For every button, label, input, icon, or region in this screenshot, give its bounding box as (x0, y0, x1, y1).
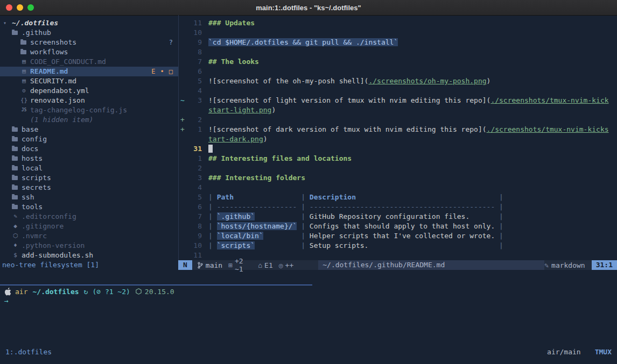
tree-item-label: secrets (22, 183, 51, 192)
cursor-position: 31:1 (592, 260, 617, 270)
pencil-icon: ✎ (544, 261, 549, 269)
status-marker: □ (169, 67, 173, 76)
tree-item-gitignore[interactable]: ◆.gitignore (0, 222, 178, 231)
line-text: | Path | Description | (208, 192, 503, 202)
tree-item-1-hidden-item[interactable]: (1 hidden item) (0, 115, 178, 125)
editor-line[interactable]: 6 (179, 67, 617, 76)
tree-item-github[interactable]: .github (0, 28, 178, 38)
status-marker: ? (169, 38, 173, 47)
tree-item-hosts[interactable]: hosts (0, 154, 178, 163)
gutter-sign (179, 18, 188, 28)
line-text: ### Interesting folders (208, 173, 305, 183)
filetype-indicator: ✎ markdown (544, 261, 585, 269)
editor-line[interactable]: 7## The looks (179, 57, 617, 67)
tree-item-label: README.md (30, 67, 68, 76)
tree-item-renovate-json[interactable]: {}renovate.json (0, 96, 178, 105)
tree-item-ssh[interactable]: ssh (0, 192, 178, 202)
tree-item-editorconfig[interactable]: ✎.editorconfig (0, 212, 178, 222)
tree-item-security-md[interactable]: ▤SECURITY.md (0, 76, 178, 86)
line-number: 11 (188, 18, 202, 28)
editor-line[interactable]: +1![screenshot of dark version of tmux w… (179, 125, 617, 134)
editor-line[interactable]: start-light.png) (179, 105, 617, 115)
editor-line[interactable]: 3### Interesting folders (179, 173, 617, 183)
tmux-pane-border[interactable] (0, 284, 312, 286)
minimize-button[interactable] (17, 4, 23, 11)
editor-line[interactable]: 9| `local/bin` | Helper scripts that I'v… (179, 231, 617, 241)
line-text: | ------------------- | ----------------… (208, 202, 503, 212)
tree-item-local[interactable]: local (0, 163, 178, 173)
editor-line[interactable]: 7| `.github` | GitHub Repository configu… (179, 212, 617, 222)
nvim-statusline: N main ⊞ +2 ~1 ⌂ E1 ◎ ++ ~/.dotfiles/.gi… (178, 260, 617, 270)
editor-buffer[interactable]: 11### Updates 10 9`cd $HOME/.dotfiles &&… (178, 15, 617, 260)
tree-item-nvmrc[interactable]: ⬡.nvmrc (0, 231, 178, 241)
line-text: | `hosts/{hostname}/` | Configs that sho… (208, 222, 503, 231)
line-text: ## The looks (208, 57, 259, 67)
editor-line[interactable]: ~3![screenshot of light version of tmux … (179, 96, 617, 105)
folder-icon (12, 166, 18, 170)
editor-line[interactable]: 10| `scripts` | Setup scripts. | (179, 241, 617, 251)
editor-line[interactable]: 6| ------------------- | ---------------… (179, 202, 617, 212)
tree-item-code-of-conduct-md[interactable]: ▤CODE_OF_CONDUCT.md (0, 57, 178, 67)
tree-item-secrets[interactable]: secrets (0, 183, 178, 192)
tree-item-label: scripts (22, 173, 51, 183)
editor-line[interactable]: 10 (179, 28, 617, 38)
tree-item-label: base (22, 125, 38, 134)
editor-line[interactable]: 2 (179, 163, 617, 173)
tree-item-python-version[interactable]: ♦.python-version (0, 241, 178, 251)
tmux-status-bar: 1:.dotfiles air/main TMUX (0, 346, 617, 357)
window-title: main:1:.dotfiles - "ks~/.dotfiles" (256, 4, 361, 12)
tree-item-base[interactable]: base (0, 125, 178, 134)
tree-item-dotfiles[interactable]: ▾~/.dotfiles (0, 18, 178, 28)
tree-item-label: tools (22, 202, 43, 212)
tree-item-label: renovate.json (30, 96, 85, 105)
line-text: tart-dark.png) (208, 134, 268, 144)
tree-item-readme-md[interactable]: ▤README.mdE•□ (0, 67, 178, 76)
tree-item-scripts[interactable]: scripts (0, 173, 178, 183)
editor-line[interactable]: 9`cd $HOME/.dotfiles && git pull && ./in… (179, 38, 617, 47)
editor-line[interactable]: 31 (179, 144, 617, 154)
tree-item-label: .github (22, 28, 51, 38)
tree-item-label: hosts (22, 154, 43, 163)
editor-line[interactable]: 8 (179, 47, 617, 57)
shell-pane[interactable]: air ~/.dotfiles ↻ (⊘ ?1 ~2) 20.15.0 → (0, 287, 617, 306)
git-branch-icon (198, 262, 203, 269)
expander-icon[interactable]: ▾ (3, 18, 12, 28)
status-marker: E (151, 67, 155, 76)
gutter-sign (179, 134, 188, 144)
neo-tree-status: neo-tree filesystem [1] (0, 260, 178, 270)
editor-line[interactable]: 4 (179, 183, 617, 192)
cursor (208, 145, 213, 153)
tree-item-label: SECURITY.md (30, 76, 76, 86)
tree-item-label: docs (22, 144, 38, 154)
editor-line[interactable]: 5![screenshot of the oh-my-posh shell](.… (179, 76, 617, 86)
editor-line[interactable]: 8| `hosts/{hostname}/` | Configs that sh… (179, 222, 617, 231)
tree-item-label: .nvmrc (22, 231, 47, 241)
tree-item-label: local (22, 163, 43, 173)
js-file-icon: JS (20, 105, 27, 115)
tree-item-tag-changelog-config-js[interactable]: JStag-changelog-config.js (0, 105, 178, 115)
lsp-count: ++ (285, 261, 294, 269)
zoom-button[interactable] (27, 4, 34, 11)
editor-line[interactable]: +2 (179, 115, 617, 125)
line-number: 2 (188, 115, 202, 125)
tree-item-workflows[interactable]: workflows (0, 47, 178, 57)
editor-line[interactable]: 5| Path | Description | (179, 192, 617, 202)
editor-line[interactable]: 11### Updates (179, 18, 617, 28)
tmux-window-tab[interactable]: 1:.dotfiles (5, 348, 52, 356)
tree-item-tools[interactable]: tools (0, 202, 178, 212)
editor-line[interactable]: tart-dark.png) (179, 134, 617, 144)
tree-item-dependabot-yml[interactable]: ⊙dependabot.yml (0, 86, 178, 96)
gutter-sign (179, 163, 188, 173)
editor-line[interactable]: 1## Interesting files and locations (179, 154, 617, 163)
line-number (188, 134, 202, 144)
tree-item-screenshots[interactable]: screenshots? (0, 38, 178, 47)
editor-line[interactable]: 4 (179, 86, 617, 96)
item-markers: E•□ (151, 67, 173, 76)
gutter-sign (179, 28, 188, 38)
close-button[interactable] (6, 4, 12, 11)
tree-item-add-submodules-sh[interactable]: $add-submodules.sh (0, 251, 178, 260)
gutter-sign (179, 57, 188, 67)
tree-item-docs[interactable]: docs (0, 144, 178, 154)
tree-item-config[interactable]: config (0, 134, 178, 144)
tree-item-label: dependabot.yml (30, 86, 89, 96)
